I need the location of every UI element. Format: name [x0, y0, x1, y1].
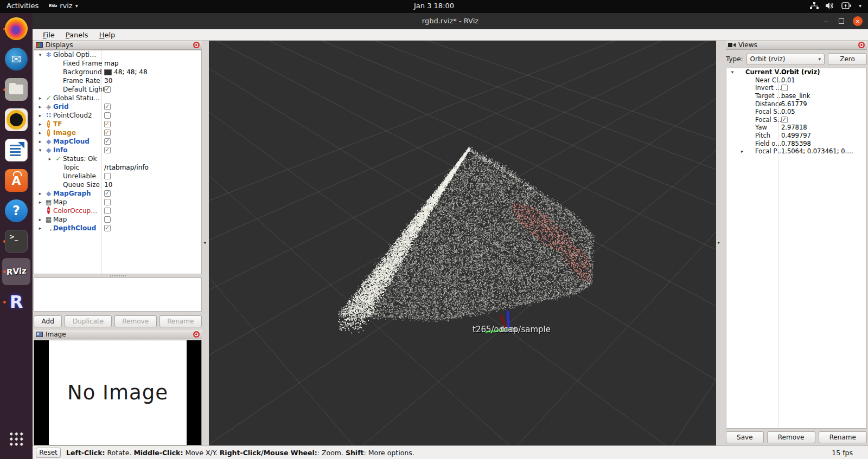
- display-row-unreliable[interactable]: Unreliable: [34, 172, 201, 180]
- display-row-depthcloud[interactable]: ▸DepthCloud✓: [34, 224, 201, 232]
- minimize-button[interactable]: ‒: [822, 17, 830, 25]
- checkbox[interactable]: ✓: [104, 225, 111, 231]
- color-swatch[interactable]: [104, 69, 112, 75]
- checkbox[interactable]: ✓: [104, 130, 111, 136]
- dock-thunderbird[interactable]: [2, 46, 30, 73]
- property-value[interactable]: /rtabmap/info: [104, 164, 149, 171]
- checkbox[interactable]: ✓: [104, 147, 111, 153]
- dock-show-apps[interactable]: [2, 425, 30, 452]
- expand-arrow[interactable]: ▸: [738, 148, 746, 154]
- expand-arrow[interactable]: ▾: [36, 52, 44, 57]
- display-row-map[interactable]: ▸Map: [34, 198, 201, 206]
- checkbox[interactable]: [104, 173, 111, 179]
- property-value[interactable]: 0.01: [781, 76, 795, 84]
- expand-arrow[interactable]: ▸: [36, 113, 44, 118]
- display-row-global-statu-[interactable]: ▸Global Statu…: [34, 94, 201, 102]
- display-row-image[interactable]: ▸Image✓: [34, 128, 201, 137]
- expand-arrow[interactable]: ▾: [729, 69, 736, 75]
- display-row-default-light[interactable]: Default Light✓: [34, 85, 201, 94]
- display-row-pointcloud2[interactable]: ▸PointCloud2: [34, 111, 201, 120]
- render-canvas[interactable]: [209, 41, 716, 445]
- property-value[interactable]: base_link: [781, 92, 810, 100]
- view-row-current-v-[interactable]: ▾Current V…Orbit (rviz): [726, 68, 866, 76]
- property-value[interactable]: 48; 48; 48: [114, 68, 148, 76]
- maximize-button[interactable]: [839, 18, 844, 24]
- expand-arrow[interactable]: ▸: [36, 104, 44, 109]
- volume-icon[interactable]: [826, 2, 834, 9]
- expand-arrow[interactable]: ▸: [46, 156, 54, 161]
- views-panel-header[interactable]: Views: [726, 41, 867, 50]
- dock-help[interactable]: [2, 197, 30, 224]
- system-menu-chevron-icon[interactable]: ▾: [859, 3, 861, 9]
- view-type-select[interactable]: Orbit (rviz) ▾: [746, 54, 825, 65]
- zero-button[interactable]: Zero: [828, 53, 867, 65]
- property-value[interactable]: 0.05: [781, 108, 795, 115]
- checkbox[interactable]: ✓: [104, 190, 111, 197]
- dock-rviz[interactable]: [2, 258, 30, 285]
- property-value[interactable]: 0.499797: [781, 132, 811, 139]
- menu-panels[interactable]: Panels: [61, 30, 93, 40]
- checkbox[interactable]: [104, 208, 111, 214]
- views-close-icon[interactable]: [858, 42, 865, 48]
- view-row-target-[interactable]: Target …base_link: [726, 92, 866, 100]
- display-row-mapcloud[interactable]: ▸MapCloud✓: [34, 137, 201, 146]
- displays-panel-header[interactable]: Displays: [34, 41, 202, 50]
- dock-rhythmbox[interactable]: [2, 106, 30, 133]
- property-value[interactable]: 30: [104, 77, 112, 85]
- menu-help[interactable]: Help: [94, 30, 120, 40]
- expand-arrow[interactable]: ▸: [36, 217, 44, 222]
- display-row-background-[interactable]: Background …48; 48; 48: [34, 68, 201, 76]
- dock-rqt[interactable]: [2, 288, 30, 315]
- checkbox[interactable]: [104, 112, 111, 119]
- expand-arrow[interactable]: ▸: [36, 130, 44, 135]
- image-panel-header[interactable]: Image: [34, 330, 202, 339]
- expand-arrow[interactable]: ▸: [36, 121, 44, 127]
- display-row-mapgraph[interactable]: ▸MapGraph✓: [34, 189, 201, 198]
- view-row-near-cl-[interactable]: Near Cl…0.01: [726, 76, 866, 85]
- view-row-focal-p-[interactable]: ▸Focal P…1.5064; 0.073461; 0.…: [726, 147, 866, 156]
- property-value[interactable]: Orbit (rviz): [781, 68, 820, 76]
- checkbox[interactable]: ✓: [104, 121, 111, 127]
- view-row-yaw[interactable]: Yaw2.97818: [726, 124, 866, 132]
- view-row-focal-s-[interactable]: Focal S…0.05: [726, 108, 866, 116]
- close-button[interactable]: ✕: [853, 16, 863, 26]
- app-menu-button[interactable]: RViz rviz ▾: [49, 2, 78, 10]
- panel-splitter-left[interactable]: ◂: [202, 41, 209, 445]
- title-bar[interactable]: rgbd.rviz* - RViz ‒ ✕: [33, 13, 868, 29]
- display-row-queue-size[interactable]: Queue Size10: [34, 180, 201, 189]
- checkbox[interactable]: [104, 216, 111, 223]
- view-row-distance[interactable]: Distance5.61779: [726, 100, 866, 108]
- expand-arrow[interactable]: ▸: [36, 95, 44, 101]
- expand-arrow[interactable]: ▸: [36, 225, 44, 231]
- display-row-global-opti-[interactable]: ▾Global Opti…: [34, 50, 201, 59]
- display-row-tf[interactable]: ▸TF✓: [34, 120, 201, 128]
- expand-arrow[interactable]: ▸: [36, 199, 44, 205]
- add-button[interactable]: Add: [34, 315, 62, 327]
- display-row-status-ok[interactable]: ▸Status: Ok: [34, 154, 201, 163]
- checkbox[interactable]: ✓: [104, 138, 111, 145]
- view-row-invert-[interactable]: Invert …: [726, 84, 866, 92]
- dock-files[interactable]: [2, 76, 30, 103]
- menu-file[interactable]: File: [38, 30, 60, 40]
- views-save-button[interactable]: Save: [726, 431, 764, 443]
- view-row-pitch[interactable]: Pitch0.499797: [726, 132, 866, 140]
- collapse-right-arrow-icon[interactable]: ▸: [718, 240, 720, 245]
- view-row-focal-s-[interactable]: Focal S…✓: [726, 116, 866, 124]
- expand-arrow[interactable]: ▾: [36, 147, 44, 153]
- activities-button[interactable]: Activities: [7, 2, 39, 10]
- checkbox[interactable]: ✓: [104, 104, 111, 110]
- property-value[interactable]: 0.785398: [781, 140, 811, 147]
- panel-splitter-right[interactable]: ▸: [716, 41, 723, 445]
- property-value[interactable]: 5.61779: [781, 100, 807, 108]
- property-value[interactable]: map: [104, 60, 119, 67]
- display-row-map[interactable]: ▸Map: [34, 215, 201, 224]
- view-row-field-o-[interactable]: Field o…0.785398: [726, 139, 866, 147]
- display-row-info[interactable]: ▾Info✓: [34, 146, 201, 154]
- property-value[interactable]: 2.97818: [781, 124, 807, 131]
- expand-arrow[interactable]: ▸: [36, 191, 44, 196]
- expand-arrow[interactable]: ▸: [36, 139, 44, 144]
- 3d-viewport[interactable]: t265/odom map/sample: [209, 41, 716, 445]
- displays-close-icon[interactable]: [193, 42, 200, 48]
- image-close-icon[interactable]: [193, 331, 200, 338]
- checkbox[interactable]: ✓: [781, 117, 788, 123]
